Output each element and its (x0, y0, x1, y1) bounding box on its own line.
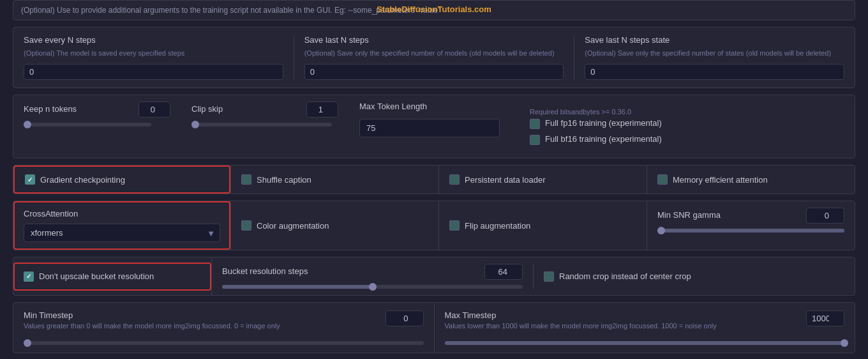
max-timestep-track[interactable] (445, 341, 845, 345)
full-fp16-checkbox[interactable] (530, 119, 540, 129)
dont-upscale-checkmark: ✓ (26, 273, 31, 280)
cross-attention-cell: CrossAttention xformers sdp sdp-no-mem ▼ (13, 201, 230, 250)
min-snr-gamma-cell: Min SNR gamma (647, 201, 855, 250)
save-last-n-group: Save last N steps (Optional) Save only t… (304, 35, 564, 80)
save-last-hint: (Optional) Save only the specified numbe… (304, 49, 564, 57)
min-timestep-label: Min Timestep (24, 310, 280, 320)
max-timestep-input[interactable] (806, 310, 844, 326)
color-augmentation-checkbox[interactable] (241, 220, 251, 231)
dont-upscale-item[interactable]: ✓ Don't upscale bucket resolution (24, 271, 154, 282)
save-steps-section: Save every N steps (Optional) The model … (13, 27, 855, 88)
bucket-resolution-row: ✓ Don't upscale bucket resolution Bucket… (13, 257, 855, 296)
persistent-data-loader-item[interactable]: Persistent data loader (449, 174, 545, 185)
memory-efficient-attention-checkbox[interactable] (657, 174, 668, 185)
persistent-data-loader-cell: Persistent data loader (438, 165, 647, 194)
max-token-length-group: Max Token Length 75 150 225 (359, 102, 500, 137)
max-timestep-label: Max Timestep (445, 310, 717, 320)
save-every-hint: (Optional) The model is saved every spec… (24, 49, 283, 57)
checkbox-row-1: ✓ Gradient checkpointing Shuffle caption… (13, 165, 855, 194)
save-every-n-group: Save every N steps (Optional) The model … (24, 35, 283, 80)
clip-skip-thumb[interactable] (191, 121, 199, 128)
min-snr-gamma-input[interactable] (806, 208, 844, 224)
top-hint-bar: (Optional) Use to provide additional arg… (13, 0, 855, 20)
shuffle-caption-label: Shuffle caption (257, 175, 311, 185)
random-crop-checkbox[interactable] (544, 271, 554, 282)
max-timestep-cell: Max Timestep Values lower than 1000 will… (435, 303, 855, 352)
dont-upscale-cell: ✓ Don't upscale bucket resolution (13, 263, 211, 291)
min-snr-gamma-label: Min SNR gamma (657, 210, 721, 220)
bucket-steps-cell: Bucket resolution steps (211, 257, 533, 295)
color-aug-cell: Color augmentation (230, 201, 438, 250)
min-snr-gamma-fill (657, 229, 844, 233)
save-last-label: Save last N steps (304, 35, 564, 45)
max-timestep-section: Max Timestep Values lower than 1000 will… (445, 310, 717, 334)
bucket-steps-input[interactable] (484, 264, 523, 280)
shuffle-caption-checkbox[interactable] (241, 174, 251, 185)
save-last-input[interactable] (304, 64, 564, 80)
flip-augmentation-item[interactable]: Flip augmentation (449, 220, 530, 231)
fp16-required-note: Required bitsandbytes >= 0.36.0 (530, 108, 631, 116)
cross-attn-aug-row: CrossAttention xformers sdp sdp-no-mem ▼… (13, 201, 855, 250)
full-bf16-label: Full bf16 training (experimental) (545, 134, 662, 144)
clip-skip-label: Clip skip (191, 104, 223, 114)
max-token-length-select[interactable]: 75 150 225 (359, 119, 500, 137)
clip-skip-input[interactable] (306, 102, 338, 118)
dont-upscale-checkbox[interactable]: ✓ (24, 271, 34, 282)
memory-efficient-attention-item[interactable]: Memory efficient attention (657, 174, 768, 185)
min-snr-gamma-track[interactable] (657, 229, 844, 233)
flip-augmentation-label: Flip augmentation (465, 221, 530, 231)
keep-n-tokens-group: Keep n tokens (24, 102, 170, 126)
fp16-section: Required bitsandbytes >= 0.36.0 Full fp1… (521, 102, 844, 151)
keep-n-tokens-input[interactable] (138, 102, 170, 118)
color-augmentation-item[interactable]: Color augmentation (241, 220, 329, 231)
min-timestep-input[interactable] (385, 310, 424, 326)
keep-n-tokens-label: Keep n tokens (24, 104, 77, 114)
memory-efficient-attention-label: Memory efficient attention (673, 175, 768, 185)
max-timestep-fill (445, 341, 845, 345)
save-last-state-label: Save last N steps state (585, 35, 844, 45)
full-bf16-checkbox[interactable] (530, 135, 540, 145)
min-timestep-section: Min Timestep Values greater than 0 will … (24, 310, 280, 334)
keep-n-tokens-thumb[interactable] (24, 121, 31, 128)
save-last-state-input[interactable] (585, 64, 844, 80)
save-last-state-group: Save last N steps state (Optional) Save … (585, 35, 844, 80)
save-last-state-hint: (Optional) Save only the specified numbe… (585, 49, 844, 57)
flip-augmentation-checkbox[interactable] (449, 220, 460, 231)
cross-attention-select[interactable]: xformers sdp sdp-no-mem (24, 224, 220, 242)
save-every-input[interactable] (24, 64, 283, 80)
save-every-label: Save every N steps (24, 35, 283, 45)
gradient-checkpointing-cell: ✓ Gradient checkpointing (13, 165, 230, 194)
persistent-data-loader-checkbox[interactable] (449, 174, 460, 185)
min-snr-gamma-thumb[interactable] (657, 227, 665, 234)
persistent-data-loader-label: Persistent data loader (465, 175, 545, 185)
clip-skip-group: Clip skip (191, 102, 338, 126)
timestep-section: Min Timestep Values greater than 0 will … (13, 302, 855, 353)
dont-upscale-label: Don't upscale bucket resolution (39, 271, 154, 281)
min-timestep-thumb[interactable] (24, 339, 31, 347)
slider-controls-section: Keep n tokens Clip skip Max Token Lengt (13, 95, 855, 158)
cross-attention-label: CrossAttention (24, 209, 220, 218)
min-timestep-header: Min Timestep Values greater than 0 will … (24, 310, 424, 334)
random-crop-label: Random crop instead of center crop (559, 271, 691, 281)
bucket-steps-track[interactable] (222, 285, 523, 289)
min-timestep-track[interactable] (24, 341, 424, 345)
full-fp16-label: Full fp16 training (experimental) (545, 118, 662, 128)
color-augmentation-label: Color augmentation (257, 221, 329, 231)
gradient-checkpointing-checkbox[interactable]: ✓ (25, 174, 35, 185)
shuffle-caption-item[interactable]: Shuffle caption (241, 174, 311, 185)
gradient-checkpointing-label: Gradient checkpointing (40, 175, 125, 185)
gradient-checkpointing-item[interactable]: ✓ Gradient checkpointing (25, 174, 125, 185)
max-token-length-label: Max Token Length (359, 102, 500, 111)
clip-skip-track[interactable] (191, 123, 332, 126)
keep-n-tokens-track[interactable] (24, 123, 151, 126)
max-timestep-thumb[interactable] (841, 339, 848, 347)
random-crop-item[interactable]: Random crop instead of center crop (544, 271, 691, 282)
bucket-steps-fill (222, 285, 373, 289)
min-timestep-hint: Values greater than 0 will make the mode… (24, 321, 280, 330)
min-timestep-cell: Min Timestep Values greater than 0 will … (13, 303, 435, 352)
gradient-checkmark: ✓ (27, 176, 33, 183)
shuffle-caption-cell: Shuffle caption (230, 165, 438, 194)
bucket-steps-thumb[interactable] (369, 283, 377, 291)
hint-text: (Optional) Use to provide additional arg… (21, 6, 441, 15)
memory-efficient-attention-cell: Memory efficient attention (647, 165, 855, 194)
